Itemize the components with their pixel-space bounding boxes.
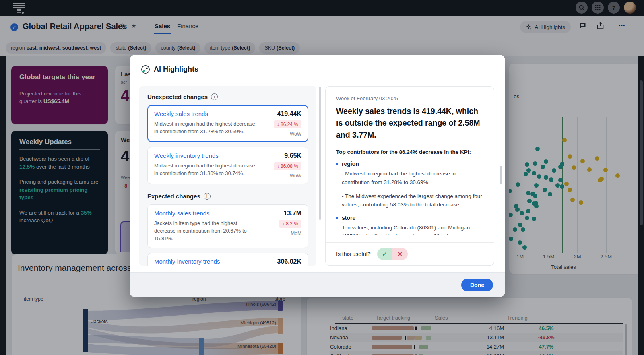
section-label: Expected changesi xyxy=(147,193,308,200)
info-icon[interactable]: i xyxy=(211,93,218,100)
delta-badge: ↓ 8.2 % xyxy=(279,220,301,228)
highlight-title[interactable]: Monthly inventory trends xyxy=(154,258,220,265)
highlights-list-panel: Unexpected changesiWeekly sales trends41… xyxy=(139,86,316,266)
feedback-label: Is this useful? xyxy=(336,251,371,257)
detail-date: Week of February 03 2025 xyxy=(336,95,483,101)
section-label: Unexpected changesi xyxy=(147,93,308,100)
highlight-description: Midwest in region had the highest decrea… xyxy=(154,162,257,179)
thumbs-down-button[interactable]: ✕ xyxy=(392,248,408,260)
highlight-title[interactable]: Weekly sales trends xyxy=(154,110,208,117)
detail-headline: Weekly sales trends is 419.44K, which is… xyxy=(336,105,483,141)
period-label: WoW xyxy=(290,173,301,179)
bullet-paragraph: Ten values, including Colorado (80301) a… xyxy=(342,224,483,235)
panel-scrollbar[interactable] xyxy=(319,87,321,220)
thumbs-up-button[interactable]: ✓ xyxy=(377,248,392,260)
done-button[interactable]: Done xyxy=(461,279,493,291)
delta-badge: ↓ 86.24 % xyxy=(274,120,301,128)
delta-badge: ↓ 86.08 % xyxy=(274,162,301,170)
ai-highlights-modal: AI Highlights Unexpected changesiWeekly … xyxy=(130,55,505,297)
contributor-bullet: storeTen values, including Colorado (803… xyxy=(336,215,483,235)
period-label: MoM xyxy=(291,231,301,236)
highlight-value: 419.44K xyxy=(277,110,302,118)
bullet-square-icon xyxy=(336,163,338,165)
highlight-card-monthly-inventory-trends[interactable]: Monthly inventory trends306.02KJackets i… xyxy=(147,253,308,266)
highlight-value: 9.65K xyxy=(284,152,301,159)
bullet-paragraph: - The Midwest experienced the largest ch… xyxy=(342,192,483,209)
highlight-value: 306.02K xyxy=(277,258,302,265)
highlight-value: 13.7M xyxy=(284,210,301,217)
highlight-title[interactable]: Weekly inventory trends xyxy=(154,152,219,159)
highlight-detail-panel: Week of February 03 2025 Weekly sales tr… xyxy=(325,86,494,266)
modal-footer: Done xyxy=(130,272,505,297)
modal-title: AI Highlights xyxy=(154,65,198,74)
highlight-description: Jackets in item type had the highest dec… xyxy=(154,220,257,243)
info-icon[interactable]: i xyxy=(204,193,211,200)
highlight-card-monthly-sales-trends[interactable]: Monthly sales trends13.7MJackets in item… xyxy=(147,204,308,248)
bullet-paragraph: - Midwest in region had the highest decr… xyxy=(342,170,483,187)
period-label: WoW xyxy=(290,131,301,137)
feedback-row: Is this useful? ✓ ✕ xyxy=(326,242,494,265)
highlight-card-weekly-inventory-trends[interactable]: Weekly inventory trends9.65KMidwest in r… xyxy=(147,147,308,184)
bullet-square-icon xyxy=(336,217,338,219)
highlight-description: Midwest in region had the highest decrea… xyxy=(154,120,257,137)
modal-scrollbar[interactable] xyxy=(500,166,502,184)
highlight-card-weekly-sales-trends[interactable]: Weekly sales trends419.44KMidwest in reg… xyxy=(147,105,308,142)
contributor-bullet: region- Midwest in region had the highes… xyxy=(336,161,483,209)
ai-highlights-icon xyxy=(141,65,150,74)
detail-contributors-label: Top contributors for the 86.24% decrease… xyxy=(336,149,483,155)
highlight-title[interactable]: Monthly sales trends xyxy=(154,210,210,217)
